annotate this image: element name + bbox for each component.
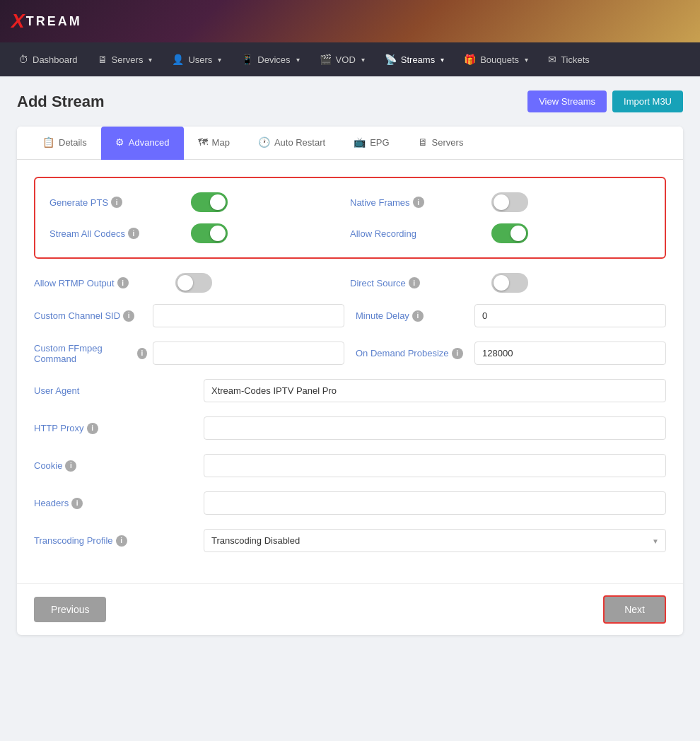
import-m3u-button[interactable]: Import M3U <box>612 91 683 112</box>
http-proxy-row: HTTP Proxy i <box>34 416 666 440</box>
stream-all-codecs-switch[interactable] <box>191 223 228 243</box>
tickets-icon: ✉ <box>548 54 556 65</box>
allow-recording-thumb <box>511 226 526 241</box>
headers-input[interactable] <box>204 491 666 515</box>
custom-sid-field <box>153 304 344 327</box>
cookie-field <box>204 454 666 477</box>
ffmpeg-info[interactable]: i <box>137 348 147 359</box>
tab-servers[interactable]: 🖥 Servers <box>404 127 478 160</box>
probesize-label: On Demand Probesize i <box>356 348 469 359</box>
users-arrow: ▾ <box>218 56 221 64</box>
direct-source-thumb <box>494 275 509 291</box>
nav-vod[interactable]: 🎬 VOD ▾ <box>310 42 375 76</box>
stream-all-codecs-label: Stream All Codecs i <box>49 228 191 239</box>
auto-restart-tab-icon: 🕐 <box>258 136 270 148</box>
tab-map[interactable]: 🗺 Map <box>184 127 244 160</box>
headers-info[interactable]: i <box>71 498 83 509</box>
allow-rtmp-info[interactable]: i <box>117 277 129 288</box>
allow-rtmp-toggle[interactable] <box>175 273 350 293</box>
next-button[interactable]: Next <box>603 595 666 624</box>
allow-recording-switch[interactable] <box>491 223 528 243</box>
stream-all-codecs-row: Stream All Codecs i Allow Recording <box>49 223 651 243</box>
custom-sid-info[interactable]: i <box>123 310 134 322</box>
tab-advanced[interactable]: ⚙ Advanced <box>101 127 184 160</box>
native-frames-thumb <box>494 194 509 210</box>
stream-all-codecs-toggle[interactable] <box>191 223 350 243</box>
http-proxy-field <box>204 416 666 440</box>
generate-pts-switch[interactable] <box>191 192 228 212</box>
cookie-input[interactable] <box>204 454 666 477</box>
ffmpeg-col: Custom FFmpeg Command i <box>34 342 344 365</box>
main-card: 📋 Details ⚙ Advanced 🗺 Map 🕐 Auto Restar… <box>17 127 683 635</box>
probesize-info[interactable]: i <box>452 348 463 359</box>
direct-source-switch[interactable] <box>491 273 528 293</box>
view-streams-button[interactable]: View Streams <box>527 91 607 112</box>
nav-servers[interactable]: 🖥 Servers ▾ <box>88 42 163 76</box>
direct-source-info[interactable]: i <box>409 277 420 288</box>
custom-sid-input[interactable] <box>153 304 344 327</box>
native-frames-toggle[interactable] <box>491 192 651 212</box>
previous-button[interactable]: Previous <box>34 597 106 622</box>
nav-dashboard[interactable]: ⏱ Dashboard <box>8 42 88 76</box>
nav-vod-label: VOD <box>336 54 356 65</box>
http-proxy-input[interactable] <box>204 416 666 440</box>
stream-all-codecs-info[interactable]: i <box>128 228 139 239</box>
generate-pts-toggle[interactable] <box>191 192 350 212</box>
nav-bouquets[interactable]: 🎁 Bouquets ▾ <box>454 42 538 76</box>
direct-source-label: Direct Source i <box>350 277 491 288</box>
cookie-info[interactable]: i <box>65 460 76 472</box>
nav-servers-label: Servers <box>112 54 144 65</box>
stream-all-codecs-thumb <box>210 226 226 241</box>
nav-tickets-label: Tickets <box>561 54 590 65</box>
minute-delay-input[interactable]: 0 <box>474 304 666 327</box>
epg-tab-icon: 📺 <box>354 136 366 148</box>
nav-users[interactable]: 👤 Users ▾ <box>162 42 231 76</box>
generate-pts-thumb <box>210 194 226 210</box>
ffmpeg-label: Custom FFmpeg Command i <box>34 343 147 364</box>
minute-delay-info[interactable]: i <box>412 310 424 322</box>
logo-x: X <box>11 10 25 33</box>
tab-epg[interactable]: 📺 EPG <box>339 127 403 160</box>
tab-auto-restart[interactable]: 🕐 Auto Restart <box>244 127 339 160</box>
generate-pts-info[interactable]: i <box>111 197 122 208</box>
user-agent-field <box>204 379 666 402</box>
map-tab-icon: 🗺 <box>198 136 208 148</box>
servers-tab-icon: 🖥 <box>418 136 428 148</box>
tab-auto-restart-label: Auto Restart <box>274 137 325 148</box>
bouquets-arrow: ▾ <box>525 56 528 64</box>
nav-devices[interactable]: 📱 Devices ▾ <box>231 42 309 76</box>
ffmpeg-input[interactable] <box>153 342 344 365</box>
tab-details[interactable]: 📋 Details <box>28 127 101 160</box>
minute-delay-field: 0 <box>474 304 666 327</box>
transcoding-info[interactable]: i <box>116 535 127 547</box>
nav-tickets[interactable]: ✉ Tickets <box>538 42 600 76</box>
allow-recording-toggle[interactable] <box>491 223 651 243</box>
page-header: Add Stream View Streams Import M3U <box>17 91 683 112</box>
nav-bouquets-label: Bouquets <box>480 54 519 65</box>
streams-arrow: ▾ <box>441 56 444 64</box>
probesize-field: 128000 <box>474 342 666 365</box>
native-frames-switch[interactable] <box>491 192 528 212</box>
transcoding-select[interactable]: Transcoding Disabled <box>204 529 666 552</box>
user-agent-input[interactable] <box>204 379 666 402</box>
nav-streams-label: Streams <box>401 54 435 65</box>
headers-row: Headers i <box>34 491 666 515</box>
native-frames-info[interactable]: i <box>413 197 424 208</box>
form-content: Generate PTS i Native Frames i <box>17 160 683 583</box>
http-proxy-info[interactable]: i <box>87 423 98 434</box>
nav-streams[interactable]: 📡 Streams ▾ <box>375 42 454 76</box>
transcoding-field: Transcoding Disabled <box>204 529 666 552</box>
allow-rtmp-switch[interactable] <box>175 273 212 293</box>
top-banner: X TREAM <box>0 0 700 42</box>
probesize-input[interactable]: 128000 <box>474 342 666 365</box>
user-agent-row: User Agent <box>34 379 666 402</box>
logo: X TREAM <box>11 10 82 33</box>
nav-users-label: Users <box>188 54 212 65</box>
form-footer: Previous Next <box>17 583 683 635</box>
servers-arrow: ▾ <box>148 56 152 64</box>
header-buttons: View Streams Import M3U <box>527 91 683 112</box>
nav-devices-label: Devices <box>257 54 290 65</box>
servers-icon: 🖥 <box>98 54 107 65</box>
headers-field <box>204 491 666 515</box>
direct-source-toggle[interactable] <box>491 273 666 293</box>
